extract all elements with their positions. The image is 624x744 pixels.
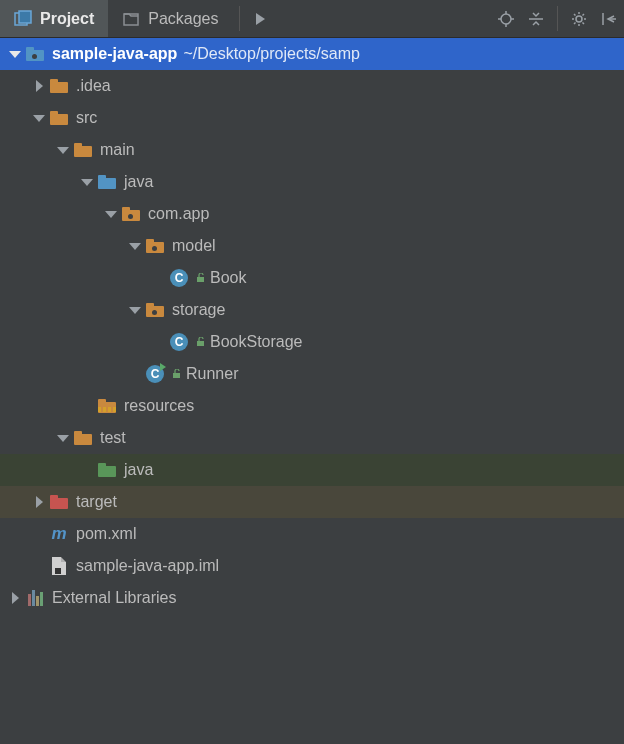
hide-button[interactable] — [594, 0, 624, 37]
item-label: Runner — [186, 365, 238, 383]
item-label: java — [124, 173, 153, 191]
class-icon: C — [168, 331, 190, 353]
toolbar-separator — [239, 6, 240, 31]
lock-open-icon — [172, 369, 182, 379]
tree-item-model[interactable]: model — [0, 230, 624, 262]
top-toolbar: Project Packages — [0, 0, 624, 38]
tree-item-resources[interactable]: resources — [0, 390, 624, 422]
project-tab-icon — [14, 10, 32, 28]
tree-root[interactable]: sample-java-app ~/Desktop/projects/samp — [0, 38, 624, 70]
item-label: resources — [124, 397, 194, 415]
expand-arrow-icon[interactable] — [126, 301, 144, 319]
item-label: Book — [210, 269, 246, 287]
tree-external-libraries[interactable]: External Libraries — [0, 582, 624, 614]
folder-icon — [72, 139, 94, 161]
gear-icon — [570, 10, 588, 28]
item-label: target — [76, 493, 117, 511]
tree-item-test[interactable]: test — [0, 422, 624, 454]
folder-icon — [72, 427, 94, 449]
item-label: sample-java-app.iml — [76, 557, 219, 575]
svg-rect-1 — [19, 11, 31, 23]
toolbar-separator-2 — [557, 6, 558, 31]
package-icon — [144, 235, 166, 257]
tab-project-label: Project — [40, 10, 94, 28]
maven-file-icon: m — [48, 523, 70, 545]
package-icon — [144, 299, 166, 321]
svg-rect-20 — [197, 277, 204, 282]
item-label: test — [100, 429, 126, 447]
folder-icon — [48, 107, 70, 129]
tab-project[interactable]: Project — [0, 0, 108, 37]
expand-arrow-icon[interactable] — [54, 429, 72, 447]
no-arrow — [126, 365, 144, 383]
expand-arrow-icon[interactable] — [30, 109, 48, 127]
no-arrow — [78, 461, 96, 479]
collapse-all-button[interactable] — [521, 0, 551, 37]
target-icon — [497, 10, 515, 28]
expand-arrow-icon[interactable] — [54, 141, 72, 159]
no-arrow — [150, 269, 168, 287]
lock-open-icon — [196, 273, 206, 283]
svg-line-15 — [583, 22, 585, 24]
tree-item-package[interactable]: com.app — [0, 198, 624, 230]
lock-open-icon — [196, 337, 206, 347]
libraries-icon — [24, 587, 46, 609]
item-label: java — [124, 461, 153, 479]
tree-item-book[interactable]: C Book — [0, 262, 624, 294]
tree-item-test-java[interactable]: java — [0, 454, 624, 486]
item-label: BookStorage — [210, 333, 303, 351]
item-label: External Libraries — [52, 589, 177, 607]
packages-tab-icon — [122, 10, 140, 28]
item-label: model — [172, 237, 216, 255]
tree-item-runner[interactable]: C Runner — [0, 358, 624, 390]
module-folder-icon — [24, 43, 46, 65]
expand-arrow-icon[interactable] — [30, 493, 48, 511]
item-label: src — [76, 109, 97, 127]
root-path: ~/Desktop/projects/samp — [183, 45, 360, 63]
root-name: sample-java-app — [52, 45, 177, 63]
expand-arrow-icon[interactable] — [6, 589, 24, 607]
tree-item-src[interactable]: src — [0, 102, 624, 134]
tree-item-iml[interactable]: sample-java-app.iml — [0, 550, 624, 582]
iml-file-icon — [48, 555, 70, 577]
package-icon — [120, 203, 142, 225]
folder-icon — [48, 75, 70, 97]
no-arrow — [30, 525, 48, 543]
expand-arrow-icon[interactable] — [30, 77, 48, 95]
tree-item-idea[interactable]: .idea — [0, 70, 624, 102]
svg-point-9 — [576, 16, 582, 22]
svg-line-17 — [583, 14, 585, 16]
expand-arrow-icon[interactable] — [6, 45, 24, 63]
tree-item-target[interactable]: target — [0, 486, 624, 518]
hide-icon — [600, 10, 618, 28]
project-tree: sample-java-app ~/Desktop/projects/samp … — [0, 38, 624, 614]
item-label: main — [100, 141, 135, 159]
settings-button[interactable] — [564, 0, 594, 37]
resources-folder-icon — [96, 395, 118, 417]
expand-arrow-icon[interactable] — [102, 205, 120, 223]
item-label: com.app — [148, 205, 209, 223]
tree-item-storage[interactable]: storage — [0, 294, 624, 326]
play-icon — [256, 13, 265, 25]
svg-line-16 — [574, 22, 576, 24]
item-label: pom.xml — [76, 525, 136, 543]
tree-item-bookstorage[interactable]: C BookStorage — [0, 326, 624, 358]
item-label: .idea — [76, 77, 111, 95]
expand-arrow-icon[interactable] — [78, 173, 96, 191]
excluded-folder-icon — [48, 491, 70, 513]
tree-item-pom[interactable]: m pom.xml — [0, 518, 624, 550]
locate-button[interactable] — [491, 0, 521, 37]
class-icon: C — [168, 267, 190, 289]
tree-item-main[interactable]: main — [0, 134, 624, 166]
run-button[interactable] — [246, 0, 276, 37]
tab-packages[interactable]: Packages — [108, 0, 232, 37]
expand-arrow-icon[interactable] — [126, 237, 144, 255]
test-source-folder-icon — [96, 459, 118, 481]
tab-packages-label: Packages — [148, 10, 218, 28]
tree-item-java[interactable]: java — [0, 166, 624, 198]
item-label: storage — [172, 301, 225, 319]
svg-rect-22 — [173, 373, 180, 378]
svg-point-3 — [501, 14, 511, 24]
collapse-icon — [527, 10, 545, 28]
svg-rect-21 — [197, 341, 204, 346]
